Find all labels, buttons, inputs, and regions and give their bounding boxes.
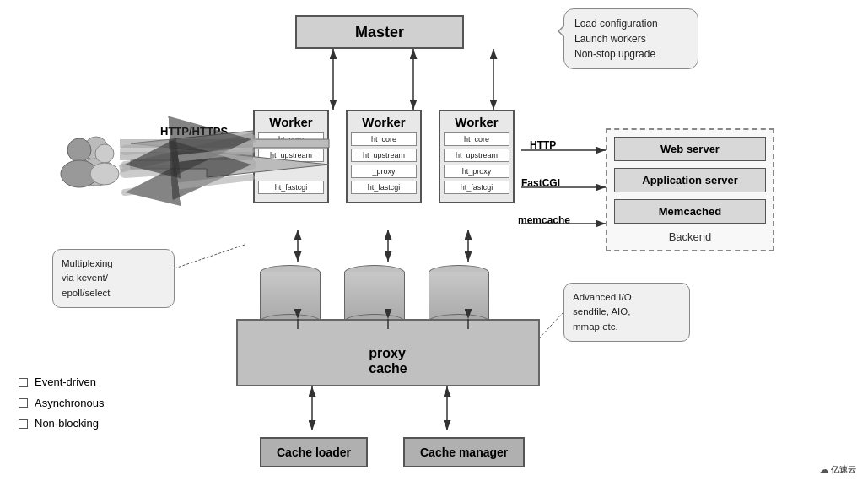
worker-module-1-2: ht_upstream: [258, 149, 324, 162]
legend-item-2: Asynchronous: [19, 393, 104, 414]
callout-line3: Non-stop upgrade: [574, 48, 655, 60]
proxy-cache-label: proxycache: [369, 346, 407, 376]
legend-item-3: Non-blocking: [19, 413, 104, 435]
watermark: ☁ 亿速云: [820, 463, 856, 476]
advanced-io-callout: Advanced I/Osendfile, AIO,mmap etc.: [563, 283, 690, 342]
backend-section: Web server Application server Memcached …: [606, 128, 774, 251]
svg-point-4: [95, 144, 114, 163]
legend-square-1: [19, 378, 28, 387]
legend-text-3: Non-blocking: [35, 413, 99, 435]
master-box: Master: [295, 15, 464, 49]
svg-line-28: [120, 137, 253, 169]
svg-point-5: [90, 163, 119, 185]
worker-module-1-1: ht_core: [258, 132, 324, 146]
application-server-box: Application server: [614, 168, 766, 192]
legend: Event-driven Asynchronous Non-blocking: [19, 372, 104, 435]
backend-label: Backend: [614, 230, 766, 243]
fastcgi-protocol-label: FastCGI: [521, 177, 560, 189]
worker-module-3-1: ht_core: [444, 132, 509, 146]
diagram-container: Master Load configuration Launch workers…: [0, 0, 868, 481]
svg-line-32: [125, 177, 251, 192]
worker-title-2: Worker: [351, 115, 417, 129]
worker-title-3: Worker: [444, 115, 509, 129]
callout-top: Load configuration Launch workers Non-st…: [563, 8, 698, 69]
legend-text-1: Event-driven: [35, 372, 96, 393]
svg-line-30: [125, 165, 251, 173]
cache-loader-box: Cache loader: [260, 437, 368, 467]
callout-line2: Launch workers: [574, 33, 646, 45]
http-https-label: HTTP/HTTPS: [160, 125, 228, 138]
legend-square-3: [19, 419, 28, 429]
worker-area: Worker ht_core ht_upstream ht_fastcgi Wo…: [253, 110, 515, 203]
svg-point-2: [67, 138, 91, 162]
worker-module-1-4: ht_fastcgi: [258, 181, 324, 194]
worker-module-2-3: _proxy: [351, 165, 417, 178]
worker-module-2-4: ht_fastcgi: [351, 181, 417, 194]
svg-line-25: [540, 312, 563, 338]
http-protocol-label: HTTP: [530, 139, 556, 151]
legend-item-1: Event-driven: [19, 372, 104, 393]
worker-module-2-1: ht_core: [351, 132, 417, 146]
worker-box-1: Worker ht_core ht_upstream ht_fastcgi: [253, 110, 329, 203]
worker-module-3-2: ht_upstream: [444, 149, 509, 162]
cache-manager-box: Cache manager: [403, 437, 525, 467]
multiplexing-callout: Multiplexingvia kevent/epoll/select: [52, 249, 175, 308]
worker-module-3-3: ht_proxy: [444, 165, 509, 178]
legend-text-2: Asynchronous: [35, 393, 104, 414]
proxy-cache-box: proxycache: [236, 319, 540, 386]
svg-line-24: [175, 245, 245, 268]
users-icon: [52, 125, 120, 192]
worker-module-1-3: [258, 165, 324, 178]
worker-module-3-4: ht_fastcgi: [444, 181, 509, 194]
memcache-protocol-label: memcache: [518, 214, 570, 226]
legend-square-2: [19, 398, 28, 408]
worker-box-3: Worker ht_core ht_upstream ht_proxy ht_f…: [439, 110, 515, 203]
worker-title-1: Worker: [258, 115, 324, 129]
svg-line-29: [125, 139, 251, 150]
worker-module-2-2: ht_upstream: [351, 149, 417, 162]
callout-line1: Load configuration: [574, 18, 658, 30]
worker-box-2: Worker ht_core ht_upstream _proxy ht_fas…: [346, 110, 422, 203]
web-server-box: Web server: [614, 137, 766, 161]
svg-line-31: [125, 150, 251, 165]
master-label: Master: [355, 24, 404, 41]
memcached-box: Memcached: [614, 199, 766, 224]
